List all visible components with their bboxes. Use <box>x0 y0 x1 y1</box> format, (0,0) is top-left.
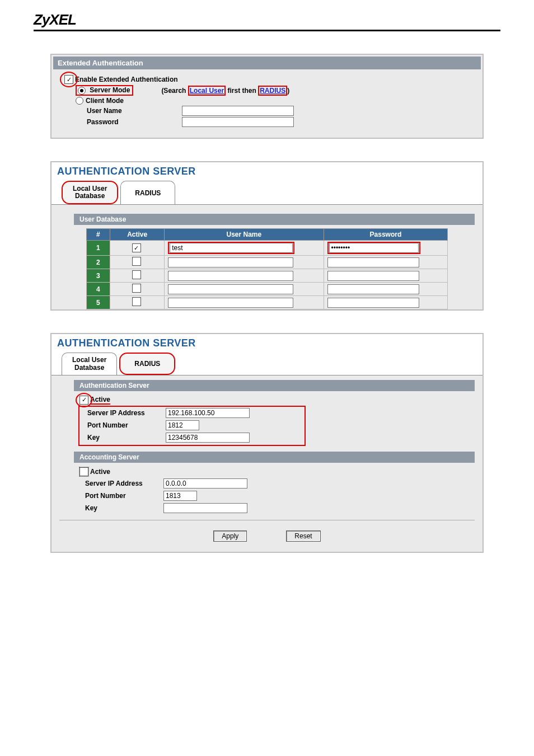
table-row: 5 <box>86 296 448 309</box>
reset-button[interactable]: Reset <box>286 530 320 542</box>
tab-radius-2[interactable]: RADIUS <box>119 353 175 374</box>
col-num: # <box>86 229 110 241</box>
tab-local-user-database[interactable]: Local UserDatabase <box>62 181 118 204</box>
acct-key-label: Key <box>85 504 163 512</box>
auth-ip-input[interactable] <box>166 408 250 418</box>
username-label: User Name <box>87 107 182 115</box>
row3-username-input[interactable] <box>168 271 293 281</box>
search-local-user-link[interactable]: Local User <box>190 87 224 95</box>
tab-local-user-database-2[interactable]: Local UserDatabase <box>62 353 117 374</box>
acct-server-section-title: Accounting Server <box>74 452 475 463</box>
auth-port-label: Port Number <box>87 421 166 429</box>
password-input[interactable] <box>182 117 294 127</box>
acct-ip-label: Server IP Address <box>85 480 163 487</box>
auth-key-input[interactable] <box>166 433 250 443</box>
enable-extended-auth-label: Enable Extended Authentication <box>75 76 178 83</box>
server-mode-radio[interactable] <box>78 87 86 95</box>
auth-server-title-1: AUTHENTICATION SERVER <box>57 166 483 177</box>
auth-server-localuser-panel: AUTHENTICATION SERVER Local UserDatabase… <box>50 161 484 311</box>
acct-ip-input[interactable] <box>163 478 247 489</box>
apply-button[interactable]: Apply <box>213 530 247 542</box>
auth-active-label: Active <box>90 396 110 405</box>
client-mode-label: Client Mode <box>86 97 124 105</box>
search-order-label: (Search Local User first then RADIUS) <box>161 86 289 96</box>
auth-port-input[interactable] <box>166 420 199 430</box>
row2-password-input[interactable] <box>327 257 419 267</box>
acct-port-input[interactable] <box>163 491 197 501</box>
row5-username-input[interactable] <box>168 298 293 308</box>
acct-key-input[interactable] <box>163 503 247 513</box>
auth-key-label: Key <box>87 434 166 442</box>
col-password: Password <box>324 229 448 241</box>
acct-active-checkbox[interactable] <box>79 467 88 476</box>
row2-active-checkbox[interactable] <box>132 257 141 266</box>
server-mode-label: Server Mode <box>90 86 130 94</box>
table-row: 1 ✓ <box>86 241 448 256</box>
row1-active-checkbox[interactable]: ✓ <box>132 243 141 252</box>
row1-username-input[interactable] <box>170 243 293 253</box>
row4-active-checkbox[interactable] <box>132 284 141 293</box>
client-mode-radio[interactable] <box>76 97 83 105</box>
row3-password-input[interactable] <box>327 271 419 281</box>
row4-password-input[interactable] <box>327 284 419 294</box>
tab-local-label-line1: Local User <box>73 185 107 192</box>
table-row: 3 <box>86 269 448 283</box>
auth-server-section-title: Authentication Server <box>74 380 475 391</box>
password-label: Password <box>87 118 182 126</box>
row1-password-input[interactable] <box>329 243 419 253</box>
acct-active-label: Active <box>90 468 110 476</box>
user-database-subtitle: User Database <box>74 214 475 225</box>
table-row: 2 <box>86 256 448 269</box>
col-active: Active <box>110 229 165 241</box>
auth-server-title-2: AUTHENTICATION SERVER <box>57 337 483 349</box>
col-username: User Name <box>165 229 324 241</box>
row3-active-checkbox[interactable] <box>132 270 141 279</box>
table-row: 4 <box>86 283 448 296</box>
row5-password-input[interactable] <box>327 298 419 308</box>
tab-radius-1[interactable]: RADIUS <box>120 181 175 204</box>
auth-server-radius-panel: AUTHENTICATION SERVER Local UserDatabase… <box>50 333 484 552</box>
username-input[interactable] <box>182 106 294 116</box>
row4-username-input[interactable] <box>168 284 293 294</box>
tab-local-label-line2: Database <box>75 192 105 200</box>
extended-auth-panel: Extended Authentication ✓ Enable Extende… <box>50 54 484 139</box>
search-radius-link[interactable]: RADIUS <box>260 87 285 95</box>
brand-logo: ZyXEL <box>34 11 500 31</box>
auth-ip-label: Server IP Address <box>87 409 166 417</box>
row5-active-checkbox[interactable] <box>132 297 141 306</box>
user-database-table: # Active User Name Password 1 ✓ 2 <box>86 228 448 309</box>
row2-username-input[interactable] <box>168 257 293 267</box>
extended-auth-title: Extended Authentication <box>53 57 481 69</box>
acct-port-label: Port Number <box>85 492 163 500</box>
